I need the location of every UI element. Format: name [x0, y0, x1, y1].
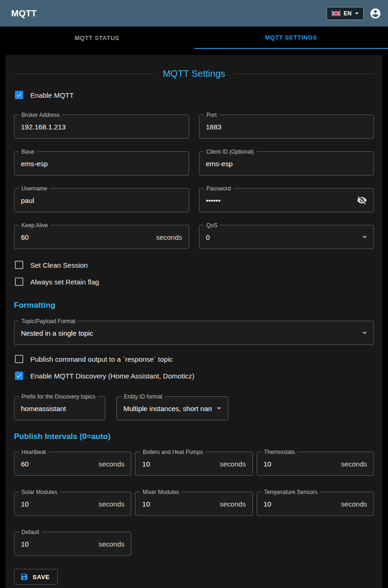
- checkbox-label: Publish command output to a `response` t…: [30, 355, 173, 363]
- field-label: Base: [19, 148, 36, 155]
- thermostats-interval-field[interactable]: Thermostats 10 seconds: [257, 452, 374, 476]
- field-value: 10: [142, 460, 216, 468]
- field-label: Heartbeat: [19, 448, 48, 456]
- keep-alive-field[interactable]: Keep Alive 60 seconds: [14, 225, 189, 249]
- username-field[interactable]: Username paul: [14, 188, 189, 212]
- formatting-heading: Formatting: [14, 300, 374, 311]
- connection-fields-grid: Broker Address 192.168.1.213 Port 1883 B…: [14, 115, 374, 249]
- field-suffix: seconds: [341, 500, 367, 508]
- temperature-sensors-interval-field[interactable]: Temperature Sensors 10 seconds: [257, 492, 374, 516]
- field-value: 10: [264, 500, 337, 508]
- field-suffix: seconds: [156, 233, 182, 241]
- field-value: ••••••: [206, 196, 353, 204]
- language-label: EN: [344, 10, 352, 17]
- enable-mqtt-checkbox-row[interactable]: Enable MQTT: [15, 87, 374, 103]
- field-value: 60: [21, 233, 152, 241]
- field-label: Prefix for the Discovery topics: [19, 393, 98, 400]
- field-label: Broker Address: [19, 111, 62, 119]
- field-label: Mixer Modules: [140, 488, 181, 496]
- field-value: Multiple instances, short name: [123, 405, 212, 412]
- field-value: 10: [21, 500, 95, 508]
- app-title: MQTT: [11, 8, 37, 19]
- field-value: 10: [21, 540, 95, 548]
- field-value: paul: [21, 196, 182, 204]
- solar-interval-field[interactable]: Solar Modules 10 seconds: [14, 492, 131, 516]
- base-field[interactable]: Base ems-esp: [14, 151, 189, 176]
- uk-flag-icon: [332, 11, 340, 16]
- field-value: homeassistant: [21, 405, 98, 412]
- discovery-prefix-field[interactable]: Prefix for the Discovery topics homeassi…: [14, 396, 105, 420]
- field-value: 192.168.1.213: [21, 123, 182, 131]
- app-header: MQTT EN: [0, 0, 388, 27]
- tab-mqtt-settings[interactable]: MQTT SETTINGS: [194, 27, 388, 49]
- mqtt-settings-card: MQTT Settings Enable MQTT Broker Address…: [6, 55, 382, 588]
- tab-bar: MQTT STATUS MQTT SETTINGS: [0, 27, 388, 49]
- field-suffix: seconds: [98, 500, 124, 508]
- publish-response-checkbox-row[interactable]: Publish command output to a `response` t…: [15, 351, 374, 367]
- page-title-divider: MQTT Settings: [14, 67, 374, 80]
- field-suffix: seconds: [98, 460, 124, 468]
- page-title: MQTT Settings: [163, 67, 225, 80]
- field-label: Entity ID format: [122, 393, 165, 400]
- topic-payload-format-select[interactable]: Topic/Payload Format Nested in a single …: [14, 321, 374, 345]
- checkbox-label: Enable MQTT Discovery (Home Assistant, D…: [30, 372, 194, 380]
- field-suffix: seconds: [220, 500, 246, 508]
- clean-session-checkbox[interactable]: [15, 261, 23, 269]
- publish-intervals-grid: Heartbeat 60 seconds Boilers and Heat Pu…: [14, 452, 374, 556]
- field-label: Username: [19, 185, 49, 192]
- visibility-off-icon[interactable]: [357, 195, 367, 205]
- mqtt-discovery-checkbox[interactable]: [15, 372, 23, 380]
- field-value: Nested in a single topic: [21, 329, 358, 337]
- field-value: ems-esp: [206, 160, 367, 168]
- field-label: Solar Modules: [19, 488, 60, 496]
- client-id-field[interactable]: Client ID (Optional) ems-esp: [199, 151, 374, 176]
- checkbox-label: Always set Retain flag: [30, 278, 99, 286]
- field-suffix: seconds: [341, 460, 367, 468]
- checkmark-icon: [16, 372, 22, 379]
- field-value: ems-esp: [21, 160, 182, 168]
- default-interval-field[interactable]: Default 10 seconds: [14, 532, 131, 556]
- tab-mqtt-status[interactable]: MQTT STATUS: [0, 27, 194, 49]
- field-label: Port: [204, 111, 219, 119]
- field-label: Boilers and Heat Pumps: [140, 448, 205, 456]
- broker-address-field[interactable]: Broker Address 192.168.1.213: [14, 115, 189, 139]
- field-suffix: seconds: [220, 460, 246, 468]
- save-button[interactable]: SAVE: [14, 569, 58, 585]
- language-selector-button[interactable]: EN: [327, 7, 364, 20]
- checkmark-icon: [16, 92, 22, 98]
- field-label: Password: [204, 185, 233, 192]
- field-suffix: seconds: [98, 540, 124, 548]
- publish-response-checkbox[interactable]: [15, 355, 23, 363]
- retain-flag-checkbox[interactable]: [15, 277, 23, 286]
- boilers-interval-field[interactable]: Boilers and Heat Pumps 10 seconds: [135, 452, 252, 476]
- save-label: SAVE: [33, 574, 50, 581]
- enable-mqtt-checkbox[interactable]: [15, 91, 23, 99]
- field-value: 1883: [206, 123, 367, 131]
- field-value: 10: [142, 500, 216, 508]
- field-label: QoS: [204, 222, 220, 229]
- divider-line: [234, 74, 374, 74]
- entity-id-format-select[interactable]: Entity ID format Multiple instances, sho…: [116, 396, 228, 420]
- divider-line: [14, 74, 154, 74]
- mixer-interval-field[interactable]: Mixer Modules 10 seconds: [135, 492, 252, 516]
- dropdown-arrow-icon: [362, 332, 367, 334]
- heartbeat-interval-field[interactable]: Heartbeat 60 seconds: [14, 452, 131, 476]
- password-field[interactable]: Password ••••••: [199, 188, 374, 212]
- publish-intervals-heading: Publish Intervals (0=auto): [14, 432, 374, 442]
- qos-select[interactable]: QoS 0: [199, 225, 374, 249]
- field-label: Client ID (Optional): [204, 148, 256, 155]
- retain-flag-checkbox-row[interactable]: Always set Retain flag: [15, 273, 374, 290]
- mqtt-discovery-checkbox-row[interactable]: Enable MQTT Discovery (Home Assistant, D…: [15, 367, 374, 384]
- field-label: Keep Alive: [19, 222, 50, 229]
- checkbox-label: Enable MQTT: [30, 91, 74, 99]
- field-label: Default: [19, 528, 41, 536]
- field-value: 60: [21, 460, 95, 468]
- account-circle-icon: [369, 7, 381, 20]
- port-field[interactable]: Port 1883: [199, 115, 374, 139]
- account-button[interactable]: [369, 7, 381, 20]
- dropdown-arrow-icon: [217, 407, 221, 410]
- chevron-down-icon: [355, 13, 359, 14]
- discovery-fields-row: Prefix for the Discovery topics homeassi…: [14, 396, 374, 420]
- checkbox-label: Set Clean Session: [30, 261, 88, 269]
- clean-session-checkbox-row[interactable]: Set Clean Session: [15, 257, 374, 273]
